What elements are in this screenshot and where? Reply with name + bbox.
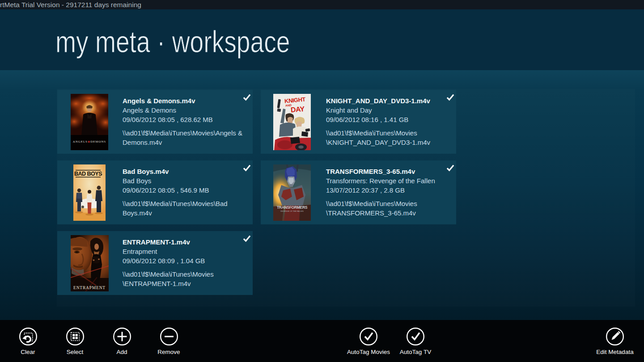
svg-text:REVENGE OF THE FALLEN: REVENGE OF THE FALLEN (280, 210, 303, 212)
svg-text:DAY: DAY (290, 105, 305, 114)
svg-text:ENTRAPMENT: ENTRAPMENT (73, 286, 106, 290)
svg-text:TRANSFORMERS: TRANSFORMERS (277, 205, 308, 210)
svg-text:ANGELS◆DEMONS: ANGELS◆DEMONS (73, 140, 106, 143)
svg-text:BAD BOYS: BAD BOYS (74, 171, 102, 177)
